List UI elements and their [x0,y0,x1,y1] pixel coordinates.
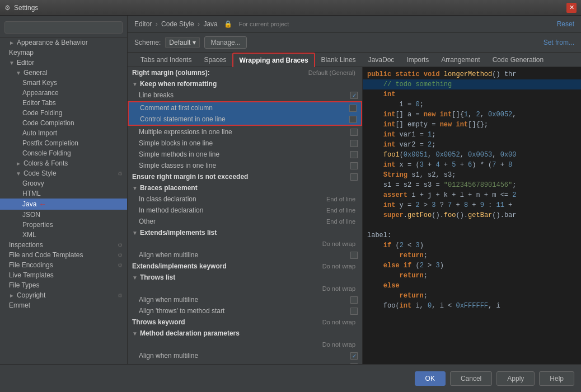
sidebar-label: Properties [22,221,53,229]
simple-blocks-checkbox[interactable] [350,140,358,147]
align-throws-to-method-start-row: Align 'throws' to method start [128,305,362,317]
tab-blank-lines[interactable]: Blank Lines [315,53,362,67]
right-margin-row: Right margin (columns): Default (General… [128,67,362,78]
code-line: super.getFoo().foo().getBar().bar [363,210,581,220]
throws-list-header[interactable]: ▼ Throws list [128,272,362,283]
multiple-expressions-row: Multiple expressions in one line [128,126,362,138]
sidebar-label: HTML [22,190,41,197]
sidebar-item-postfix-completion[interactable]: Postfix Completion [0,138,127,148]
expand-arrow: ▼ [9,60,15,66]
sidebar-item-code-style[interactable]: ▼ Code Style ⚙ [0,168,127,178]
sidebar-item-smart-keys[interactable]: Smart Keys [0,78,127,88]
sidebar-item-live-templates[interactable]: Live Templates [0,270,127,280]
breadcrumb: Editor › Code Style › Java 🔒 For current… [134,20,289,28]
ensure-right-margin-checkbox[interactable] [350,173,358,181]
sidebar-item-keymap[interactable]: Keymap [0,48,127,58]
other-value: End of line [313,218,358,225]
line-breaks-row: Line breaks [128,89,362,101]
sidebar-label: Postfix Completion [22,139,78,147]
simple-methods-checkbox[interactable] [350,151,358,158]
app-icon: ⚙ [4,4,11,12]
sidebar-item-properties[interactable]: Properties [0,220,127,230]
sidebar-label: Appearance [22,89,59,97]
align-when-multiline-method-decl-row: Align when multiline [128,350,362,361]
sidebar-item-file-encodings[interactable]: File Encodings ⚙ [0,260,127,270]
tab-wrapping-and-braces[interactable]: Wrapping and Braces [232,53,315,67]
sidebar-label: Keymap [9,49,34,56]
sidebar-item-emmet[interactable]: Emmet [0,300,127,310]
help-button[interactable]: Help [539,371,574,386]
simple-classes-checkbox[interactable] [350,162,358,169]
sidebar-item-editor[interactable]: ▼ Editor [0,58,127,68]
sidebar-item-auto-import[interactable]: Auto Import [0,128,127,138]
tab-imports[interactable]: Imports [400,53,435,67]
close-button[interactable]: ✕ [566,3,577,13]
tab-spaces[interactable]: Spaces [198,53,232,67]
extends-list-header[interactable]: ▼ Extends/implements list [128,227,362,238]
sidebar-item-copyright[interactable]: ► Copyright ⚙ [0,290,127,300]
method-decl-params-header[interactable]: ▼ Method declaration parameters [128,328,362,339]
align-multiline-extends-checkbox[interactable] [350,252,358,259]
sidebar-item-code-completion[interactable]: Code Completion [0,118,127,128]
gear-icon: ⚙ [118,292,123,299]
collapse-icon: ▼ [132,81,138,87]
scheme-row: Scheme: Default ▾ Manage... Set from... [128,33,581,53]
sidebar-item-java[interactable]: Java ← [0,199,127,210]
sidebar-item-editor-tabs[interactable]: Editor Tabs [0,98,127,108]
breadcrumb-bar: Editor › Code Style › Java 🔒 For current… [128,16,581,33]
align-multiline-extends-label: Align when multiline [139,251,348,259]
comment-checkbox[interactable] [349,105,357,112]
line-breaks-checkbox[interactable] [350,92,358,99]
align-multiline-method-decl-checkbox[interactable] [350,352,358,360]
cancel-button[interactable]: Cancel [450,371,492,386]
tab-code-generation[interactable]: Code Generation [486,53,550,67]
sidebar-label: Copyright [17,291,45,299]
sidebar-item-colors-fonts[interactable]: ► Colors & Fonts [0,158,127,168]
manage-button[interactable]: Manage... [204,36,246,49]
code-line: s1 = s2 = s3 = "012345678901456"; [363,180,581,190]
sidebar-item-html[interactable]: HTML [0,188,127,199]
sidebar-item-xml[interactable]: XML [0,230,127,240]
split-pane: Right margin (columns): Default (General… [128,67,581,364]
sidebar-label: JSON [22,211,40,219]
content-area: Editor › Code Style › Java 🔒 For current… [128,16,581,364]
sidebar-item-file-code-templates[interactable]: File and Code Templates ⚙ [0,250,127,260]
section-label: Throws list [140,273,175,281]
tab-tabs-and-indents[interactable]: Tabs and Indents [134,53,198,67]
sidebar-item-code-folding[interactable]: Code Folding [0,108,127,118]
highlighted-group: Comment at first column Control statemen… [128,101,362,126]
sidebar-item-appearance[interactable]: Appearance [0,88,127,98]
tab-arrangement[interactable]: Arrangement [435,53,486,67]
tab-javadoc[interactable]: JavaDoc [362,53,401,67]
reset-link[interactable]: Reset [557,20,574,28]
expand-arrow: ▼ [16,171,21,177]
search-input[interactable] [4,21,123,34]
code-line: int var1 = 1; [363,130,581,140]
title-bar-text: Settings [14,4,566,12]
section-label: Braces placement [140,184,198,192]
sidebar-item-groovy[interactable]: Groovy [0,178,127,188]
ok-button[interactable]: OK [415,371,446,386]
sidebar-item-json[interactable]: JSON [0,210,127,220]
sidebar-label: Code Completion [22,119,74,127]
multiple-expressions-checkbox[interactable] [350,129,358,136]
sidebar-item-console-folding[interactable]: Console Folding [0,148,127,158]
sidebar-item-file-types[interactable]: File Types [0,280,127,290]
set-from-link[interactable]: Set from... [543,39,574,46]
apply-button[interactable]: Apply [496,371,535,386]
braces-placement-header[interactable]: ▼ Braces placement [128,182,362,193]
scheme-select[interactable]: Default ▾ [165,37,200,48]
code-line: public static void longerMethod() thr [363,69,581,79]
sidebar-label: XML [22,231,36,239]
keep-when-reformatting-header[interactable]: ▼ Keep when reformatting [128,78,362,89]
comment-at-first-column-row[interactable]: Comment at first column [129,102,361,114]
control-statement-label: Control statement in one line [140,115,347,123]
sidebar-item-appearance-behavior[interactable]: ► Appearance & Behavior [0,37,127,48]
control-statement-row[interactable]: Control statement in one line [129,114,361,125]
align-throws-method-start-checkbox[interactable] [350,308,358,315]
align-multiline-throws-checkbox[interactable] [350,296,358,304]
sidebar-item-general[interactable]: ▼ General [0,68,127,78]
control-statement-checkbox[interactable] [349,116,357,123]
sidebar-label: Code Folding [22,109,62,117]
sidebar-item-inspections[interactable]: Inspections ⚙ [0,240,127,250]
